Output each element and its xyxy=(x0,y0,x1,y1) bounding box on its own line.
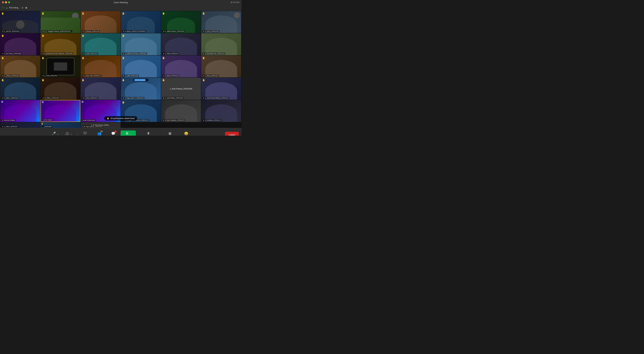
chat-badge: 1 xyxy=(114,131,117,133)
raised-hand-icon-7: ✋ xyxy=(1,34,4,37)
ask-unmute-badge: Ask to Unmute ··· xyxy=(133,79,149,81)
pause-recording-button[interactable]: ⏸ Pause/Stop Recording xyxy=(137,131,160,136)
participant-name-14: ⚡ 3_Aulla_GFE01051 xyxy=(42,75,58,77)
participant-cell-18[interactable]: ✋ ⚡ 1_Reza_GFE01187 xyxy=(201,56,241,78)
participant-name-21: ⚡ 5_Titan_GFE01217 xyxy=(82,97,98,99)
shield-icon: 🛡 xyxy=(2,6,4,9)
participant-cell-23[interactable]: 1_Ariel Febrian_GFE01046 ✋ ⚡ 1_Ariel Feb… xyxy=(161,78,201,100)
raised-hand-icon-13: ✋ xyxy=(1,57,4,59)
participant-cell-20[interactable]: ✋ ⚡ M_Wahyu_GFE01152 xyxy=(40,78,80,100)
participant-cell-15[interactable]: ✋ ⚡ 2_Nico Gulo_GFE01174 xyxy=(81,56,120,78)
mute-arrow[interactable]: ▲ xyxy=(57,134,58,135)
participant-cell-35[interactable] xyxy=(161,122,201,128)
participant-name-15: ⚡ 2_Nico Gulo_GFE01174 xyxy=(82,75,102,77)
participant-cell-16[interactable]: ✋ ⚡ 2_Luthfi_GFE01158 xyxy=(121,56,161,78)
recording-bar: 🛡 ☁ Recording... ⏸ ⏹ xyxy=(0,5,242,11)
share-arrow[interactable]: ▲ xyxy=(130,133,131,135)
participant-cell-24[interactable]: ✋ ⚡ 1_Verani Rosa Belinda_GFE01221 xyxy=(201,78,241,100)
participant-cell-3[interactable]: ✋ ⚡ 3_Fauzan_GFE01148 xyxy=(81,11,120,33)
participant-cell-1[interactable]: ✋ ⚡ 1_Ardi HP_GFE01044 xyxy=(0,11,40,33)
raised-hand-icon-3: ✋ xyxy=(82,12,84,15)
participant-name-29: ⚡ 3_Diaz Amaliana_GFE01079 xyxy=(162,119,185,121)
stop-recording-button[interactable]: ⏹ xyxy=(25,6,27,9)
participant-name-4: ⚡ 5_Novan_GFE01176 (He/Him) xyxy=(122,30,146,32)
raised-hand-icon-32: ✋ xyxy=(41,123,43,125)
raised-hand-icon-20: ✋ xyxy=(42,79,44,81)
participant-name-27: Farabi Muhammad xyxy=(82,119,96,121)
participant-name-16: ⚡ 2_Luthfi_GFE01158 xyxy=(122,75,139,77)
raised-hand-icon-24: ✋ xyxy=(202,79,205,81)
participant-cell-14[interactable]: ✋ ⚡ 3_Aulla_GFE01051 xyxy=(40,56,80,78)
title-bar: Zoom Meeting ⊞ ⊞ View xyxy=(0,0,242,5)
raised-hand-icon-5: ✋ xyxy=(162,12,165,15)
raised-hand-icon-16: ✋ xyxy=(122,57,125,59)
participant-name-7: ⚡ 2_Dwi Pasca_GFE01086 xyxy=(1,53,22,55)
participants-button[interactable]: 👥 33 Participants xyxy=(92,131,106,136)
share-screen-button[interactable]: 🖥 ▲ Share Screen xyxy=(120,131,136,136)
mute-icon: 🎤 ▲ xyxy=(52,132,58,136)
participant-name-31: ⚡ 2_Althof_GFE01027 xyxy=(1,126,18,128)
participant-cell-30[interactable]: ⚡ 2_Hardianti_GFE01111 xyxy=(201,100,241,122)
participant-cell-8[interactable]: ✋ ⚡ 6_Muhammad Azka Widyanto_GFE01056 xyxy=(40,33,80,55)
participant-name-1: ⚡ 1_Ardi HP_GFE01044 xyxy=(1,30,20,32)
participant-cell-22[interactable]: Ask to Unmute ··· ✋ ⚡ 6_Yoga Julian P_GF… xyxy=(121,78,161,100)
participant-cell-9[interactable]: ✋ ⚡ 3_Dadi_GFE01072 xyxy=(81,33,120,55)
ask-unmute-button[interactable]: Ask to Unmute xyxy=(134,79,146,81)
leave-button[interactable]: Leave xyxy=(225,132,239,136)
maximize-button[interactable] xyxy=(8,1,10,3)
participant-name-19: ⚡ 6_Alfano_GFE01018 xyxy=(1,97,19,99)
close-button[interactable] xyxy=(2,1,4,3)
participant-cell-33[interactable]: 6_M Yogi Saputra_GFE01... 6_M Yogi Saput… xyxy=(81,122,120,128)
participant-cell-26[interactable]: ▶ Levina Adiputri xyxy=(40,100,80,122)
participant-cell-5[interactable]: ✋ ⚡ 6_Alfath Noverio_GFE01020 xyxy=(161,11,201,33)
raised-hand-icon-19: ✋ xyxy=(1,79,4,81)
participant-cell-13[interactable]: ✋ ⚡ 4_Yohana_GFE01226 xyxy=(0,56,40,78)
participants-icon: 👥 33 xyxy=(97,132,102,136)
participant-cell-36[interactable] xyxy=(201,122,241,128)
minimize-button[interactable] xyxy=(5,1,7,3)
participant-cell-11[interactable]: ⚡ 1_Akbar-GFE01013 xyxy=(161,33,201,55)
pause-recording-button[interactable]: ⏸ xyxy=(21,6,24,9)
participant-name-2: ⚡ 4_A. Tangguh Wisesa_GFE01039 (He/... xyxy=(42,30,72,32)
chat-button[interactable]: 💬 1 Chat xyxy=(108,131,119,136)
participant-cell-2[interactable]: ✋ ⚡ 4_A. Tangguh Wisesa_GFE01039 (He/... xyxy=(40,11,80,33)
participant-cell-19[interactable]: ✋ ⚡ 6_Alfano_GFE01018 xyxy=(0,78,40,100)
raised-hand-notification: ✋ 24 participants raised hand xyxy=(104,116,137,121)
participant-name-8: ⚡ 6_Muhammad Azka Widyanto_GFE01056 xyxy=(42,53,73,55)
participant-cell-10[interactable]: ✋ ⚡ 5_Fadhil Azmi Ihsan_GFE01091 xyxy=(121,33,161,55)
reactions-icon: 😀 xyxy=(184,132,188,136)
participant-cell-31[interactable]: ⚡ 2_Althof_GFE01027 xyxy=(0,122,40,128)
recording-text: Recording... xyxy=(9,6,20,9)
participant-cell-4[interactable]: ✋ ⚡ 5_Novan_GFE01176 (He/Him) xyxy=(121,11,161,33)
participant-name-6: ⚡ 4_Gerry_GFE01100 xyxy=(202,30,219,32)
stop-video-button[interactable]: 🎥 ▲ Stop Video xyxy=(62,131,75,136)
cloud-record-icon: ☁ xyxy=(6,6,8,9)
participant-name-33: 6_M Yogi Saputra_GFE01165 xyxy=(82,126,103,128)
participant-name-25: ⚡ Rahmat Hidayat xyxy=(1,119,16,121)
window-controls xyxy=(2,1,10,3)
participant-cell-21[interactable]: ✋ ⚡ 5_Titan_GFE01217 xyxy=(81,78,120,100)
participant-cell-17[interactable]: ✋ ⚡ 4_Maula_GFE01145 xyxy=(161,56,201,78)
raised-hand-icon-15: ✋ xyxy=(82,57,84,59)
participant-cell-12[interactable]: ⚡ 5_Richardus SW_GFE01118 xyxy=(201,33,241,55)
more-options-icon[interactable]: ··· xyxy=(146,79,148,81)
participant-cell-6[interactable]: ✋ ⚡ 4_Gerry_GFE01100 xyxy=(201,11,241,33)
raised-hand-icon-28: ✋ xyxy=(122,101,125,104)
video-arrow[interactable]: ▲ xyxy=(71,134,72,135)
participant-cell-29[interactable]: ⚡ 3_Diaz Amaliana_GFE01079 xyxy=(161,100,201,122)
participant-cell-32[interactable]: ✋ ..._GFE01065 xyxy=(40,122,80,128)
pause-recording-icon: ⏸ xyxy=(147,132,150,135)
participant-name-3: ⚡ 3_Fauzan_GFE01148 xyxy=(82,30,100,32)
mute-button[interactable]: 🎤 ▲ Mute xyxy=(49,131,61,136)
view-button[interactable]: ⊞ ⊞ View xyxy=(230,1,240,3)
participant-name-20: ⚡ M_Wahyu_GFE01152 xyxy=(42,97,60,99)
participant-cell-34[interactable] xyxy=(121,122,161,128)
participant-cell-25[interactable]: ▶ ⚡ Rahmat Hidayat xyxy=(0,100,40,122)
participant-name-18: ⚡ 1_Reza_GFE01187 xyxy=(202,75,219,77)
participant-cell-7[interactable]: ✋ ⚡ 2_Dwi Pasca_GFE01086 xyxy=(0,33,40,55)
window-title: Zoom Meeting xyxy=(114,1,128,4)
reactions-button[interactable]: 😀 Reactions xyxy=(180,131,192,136)
breakout-rooms-button[interactable]: ⊞ Breakout Rooms xyxy=(161,131,179,136)
security-button[interactable]: 🛡 Security xyxy=(79,131,91,136)
participant-name-12: ⚡ 5_Richardus SW_GFE01118 xyxy=(202,53,225,55)
